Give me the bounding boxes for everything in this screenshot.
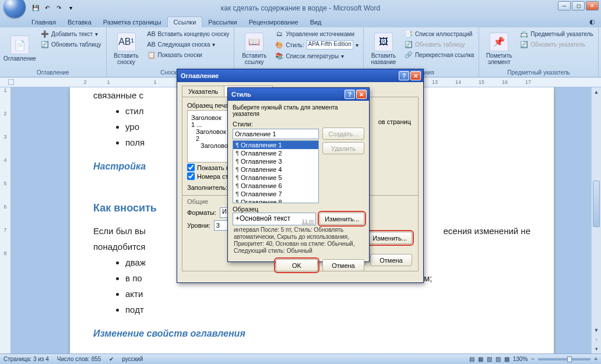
endnote-label: Вставить концевую сноску — [158, 31, 230, 37]
cancel-button[interactable]: Отмена — [370, 254, 412, 266]
minimize-button[interactable]: ─ — [558, 1, 571, 10]
tab-insert[interactable]: Вставка — [62, 17, 97, 27]
update-toc-button[interactable]: 🔄Обновить таблицу — [39, 40, 103, 49]
style-instruction: Выберите нужный стиль для элемента указа… — [233, 104, 364, 117]
dialog-close-icon[interactable]: ✕ — [410, 71, 421, 80]
update-index-button[interactable]: 🔄Обновить указатель — [518, 40, 595, 49]
maximize-button[interactable]: ◻ — [572, 1, 585, 10]
show-page-numbers-checkbox[interactable] — [187, 164, 195, 171]
dialog-help-icon[interactable]: ? — [345, 90, 355, 99]
zoom-slider[interactable] — [538, 358, 591, 361]
style-dialog-title: Стиль — [231, 91, 251, 98]
page-status[interactable]: Страница: 3 из 4 — [3, 356, 49, 362]
zoom-out-icon[interactable]: − — [531, 356, 535, 362]
manage-sources-button[interactable]: 🗂Управление источниками — [273, 29, 360, 38]
list-item[interactable]: ¶Оглавление 6 — [233, 182, 318, 190]
right-align-numbers-checkbox[interactable] — [187, 172, 195, 180]
undo-icon[interactable]: ↶ — [42, 3, 52, 13]
insert-citation-button[interactable]: 📖 Вставить ссылку — [237, 29, 271, 68]
vertical-ruler[interactable]: 12345678 — [0, 87, 11, 354]
list-item[interactable]: ¶Оглавление 5 — [233, 174, 318, 182]
view-draft-icon[interactable]: ▩ — [504, 356, 509, 362]
view-fullscreen-icon[interactable]: ▦ — [478, 356, 483, 362]
view-print-layout-icon[interactable]: ▤ — [469, 356, 475, 362]
endnote-icon: AB — [147, 30, 156, 38]
tab-references[interactable]: Ссылки — [167, 16, 203, 27]
view-web-icon[interactable]: ▧ — [487, 356, 492, 362]
styles-listbox[interactable]: ¶Оглавление 1 ¶Оглавление 2 ¶Оглавление … — [233, 140, 319, 203]
close-button[interactable]: ✕ — [586, 1, 599, 10]
tab-page-layout[interactable]: Разметка страницы — [97, 17, 167, 27]
tab-mailings[interactable]: Рассылки — [202, 17, 242, 27]
toc-icon: 📄 — [10, 36, 29, 54]
doc-line: Если был вы — [93, 223, 146, 239]
vertical-scrollbar[interactable]: ▲ ▼ ◦ ▾ — [591, 87, 601, 354]
manage-label: Управление источниками — [286, 31, 354, 37]
word-count[interactable]: Число слов: 855 — [57, 356, 101, 362]
tab-view[interactable]: Вид — [304, 17, 328, 27]
bibliography-button[interactable]: 📚Список литературы ▾ — [273, 51, 360, 61]
dialog-close-icon[interactable]: ✕ — [356, 90, 367, 99]
tab-index[interactable]: Указатель — [182, 86, 224, 97]
toc-button[interactable]: 📄 Оглавление — [3, 29, 37, 68]
next-page-icon[interactable]: ▾ — [592, 344, 601, 354]
save-icon[interactable]: 💾 — [30, 3, 41, 13]
ruler-tick: 16 — [493, 79, 516, 85]
list-item[interactable]: ¶Оглавление 2 — [233, 149, 318, 157]
list-item[interactable]: ¶Оглавление 8 — [233, 198, 318, 203]
index-icon: 📇 — [520, 30, 528, 38]
modify-button[interactable]: Изменить... — [367, 232, 412, 244]
zoom-in-icon[interactable]: + — [594, 356, 598, 362]
sample-label: Образец — [233, 206, 364, 213]
cross-reference-button[interactable]: 🔗Перекрестная ссылка — [403, 50, 476, 59]
zoom-knob[interactable] — [567, 356, 572, 362]
zoom-level[interactable]: 130% — [513, 356, 528, 362]
update-index-label: Обновить указатель — [530, 41, 585, 48]
redo-icon[interactable]: ↷ — [54, 3, 64, 13]
list-item[interactable]: ¶Оглавление 3 — [233, 157, 318, 165]
proofing-icon[interactable]: ✔ — [109, 356, 114, 362]
scroll-down-icon[interactable]: ▼ — [592, 326, 601, 335]
caption-icon: 🖼 — [374, 33, 393, 51]
biblio-icon: 📚 — [275, 52, 283, 60]
cancel-button[interactable]: Отмена — [322, 259, 364, 271]
tab-selector[interactable] — [8, 79, 14, 85]
insert-figures-list-button[interactable]: 📑Список иллюстраций — [403, 29, 476, 38]
insert-index-button[interactable]: 📇Предметный указатель — [518, 29, 595, 38]
insert-endnote-button[interactable]: ABВставить концевую сноску — [146, 29, 231, 38]
citation-style-combo[interactable]: APA Fifth Edition — [307, 40, 353, 50]
insert-caption-label: Вставить название — [367, 52, 400, 65]
mark-entry-button[interactable]: 📌 Пометить элемент — [482, 29, 516, 68]
office-button[interactable] — [3, 0, 26, 18]
insert-caption-button[interactable]: 🖼 Вставить название — [367, 29, 400, 68]
qat-customize-icon[interactable]: ▾ — [65, 3, 76, 13]
ok-button[interactable]: OK — [276, 259, 318, 271]
prev-page-icon[interactable]: ◦ — [592, 335, 601, 344]
insert-footnote-button[interactable]: AB¹ Вставить сноску — [110, 29, 143, 68]
view-outline-icon[interactable]: ▨ — [495, 356, 501, 362]
scroll-up-icon[interactable]: ▲ — [592, 87, 601, 97]
citation-style-row: 🎨Стиль: APA Fifth Edition ▾ — [273, 40, 360, 50]
figures-label: Список иллюстраций — [415, 31, 472, 37]
show-footnotes-button[interactable]: 📋Показать сноски — [146, 50, 231, 59]
ribbon-help-icon[interactable]: ◐ — [584, 16, 601, 27]
list-item[interactable]: ¶Оглавление 7 — [233, 190, 318, 198]
list-item[interactable]: ¶Оглавление 1 — [233, 141, 318, 149]
ruler-tick: 1 — [143, 79, 167, 85]
page-nums-tail: ов страниц — [378, 118, 411, 125]
ruler-tick: 13 — [423, 79, 447, 85]
list-item[interactable]: ¶Оглавление 4 — [233, 165, 318, 174]
next-footnote-button[interactable]: ABСледующая сноска ▾ — [146, 40, 231, 49]
crossref-label: Перекрестная ссылка — [415, 52, 474, 58]
current-style-field[interactable] — [233, 129, 319, 139]
modify-style-button[interactable]: Изменить... — [319, 213, 364, 225]
dialog-help-icon[interactable]: ? — [399, 71, 409, 80]
update-toc-label: Обновить таблицу — [51, 41, 101, 48]
ruler-tick: 15 — [470, 79, 493, 85]
update-figures-button[interactable]: 🔄Обновить таблицу — [403, 40, 476, 49]
scroll-thumb[interactable] — [593, 181, 600, 227]
add-text-button[interactable]: ➕Добавить текст ▾ — [39, 29, 103, 38]
tab-review[interactable]: Рецензирование — [243, 17, 304, 27]
tab-home[interactable]: Главная — [26, 17, 62, 27]
language-status[interactable]: русский — [122, 356, 143, 362]
